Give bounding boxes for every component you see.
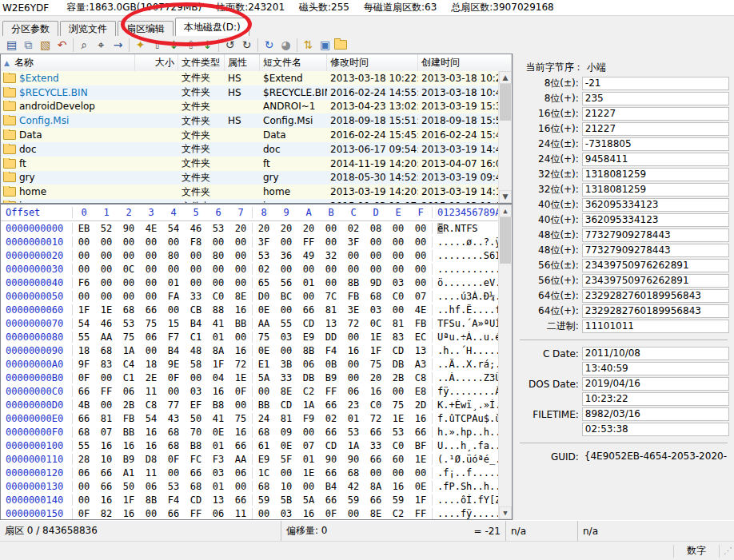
hex-byte[interactable]: 00 [95, 264, 118, 275]
hex-byte[interactable]: 61 [253, 440, 275, 451]
hex-bytes-8-f[interactable]: 008EC2FF061600E8 [253, 386, 432, 397]
hex-byte[interactable]: 33 [275, 372, 297, 383]
hex-byte[interactable]: 00 [320, 223, 342, 234]
hex-byte[interactable]: 00 [140, 291, 162, 302]
copy-icon[interactable]: ⧉ [20, 38, 37, 53]
hex-byte[interactable]: 00 [387, 250, 409, 261]
hex-byte[interactable]: 4E [409, 304, 432, 316]
hex-ascii[interactable]: ö.......eV...... [432, 277, 499, 288]
hex-byte[interactable]: B4 [185, 318, 207, 329]
hex-byte[interactable]: 20 [275, 223, 297, 234]
hex-byte[interactable]: 00 [162, 304, 185, 316]
hex-byte[interactable]: 01 [207, 481, 229, 492]
hex-byte[interactable]: 0C [365, 318, 387, 329]
hex-byte[interactable]: 41 [207, 413, 229, 424]
hex-bytes-0-7[interactable]: 4B002BC877EFB800 [73, 399, 253, 411]
hex-byte[interactable]: 00 [95, 250, 118, 261]
hex-byte[interactable]: FA [162, 291, 185, 302]
hex-byte[interactable]: 00 [95, 372, 118, 383]
hex-ascii[interactable]: ..hf.Ë....f.>..N [432, 304, 499, 316]
hex-byte[interactable]: 0E [275, 440, 297, 451]
resize-grip[interactable]: ⋰ [720, 546, 734, 556]
hex-byte[interactable]: 16 [140, 427, 162, 438]
hex-byte[interactable]: 53 [387, 427, 409, 438]
hex-byte[interactable]: 1F [409, 494, 432, 506]
hex-byte[interactable]: 59 [387, 494, 409, 506]
hex-ascii[interactable]: ................ [432, 264, 499, 275]
hex-row[interactable]: 00000001005516161668B80166610E07CD1A33C0… [1, 439, 499, 452]
hex-byte[interactable]: 20 [297, 223, 320, 234]
hex-byte[interactable]: 48 [185, 345, 207, 356]
hex-byte[interactable]: 9F [73, 359, 95, 370]
hex-bytes-8-f[interactable]: 655601008B9D0300 [253, 277, 432, 288]
hex-byte[interactable]: 58 [185, 359, 207, 370]
hex-byte[interactable]: B8 [185, 440, 207, 451]
hex-ascii[interactable]: (.¹Ø.üóªé_...f`. [432, 454, 499, 465]
hex-byte[interactable]: 66 [185, 467, 207, 479]
hex-byte[interactable]: E1 [253, 359, 275, 370]
hex-byte[interactable]: 00 [387, 304, 409, 316]
hex-byte[interactable]: 06 [297, 359, 320, 370]
hex-byte[interactable]: 66 [73, 413, 95, 424]
hex-bytes-8-f[interactable]: 681000B4428A160E [253, 481, 432, 492]
hex-byte[interactable]: AA [95, 332, 118, 343]
hex-byte[interactable]: 66 [229, 494, 252, 506]
file-row[interactable]: gry文件夹gry2018-05-30 14:52:442013-03-19 0… [1, 171, 499, 185]
hex-byte[interactable]: 72 [342, 318, 365, 329]
hex-byte[interactable]: 0F [73, 508, 95, 519]
tab-partition-params[interactable]: 分区参数 [2, 21, 58, 36]
hex-byte[interactable]: 52 [95, 223, 118, 234]
hex-byte[interactable]: 00 [409, 264, 432, 275]
find-in-file-icon[interactable]: ⌖ [93, 38, 110, 53]
hex-row[interactable]: 0000000020000000008000800053364932000000… [1, 248, 499, 262]
hex-byte[interactable]: 00 [275, 264, 297, 275]
hex-bytes-0-7[interactable]: 0000000000F80000 [73, 236, 253, 248]
column-header-created[interactable]: 创建时间 [418, 54, 512, 71]
tab-local-disk-d[interactable]: 本地磁盘(D:) [175, 18, 249, 36]
hex-byte[interactable]: 11 [140, 386, 162, 397]
hex-bytes-0-7[interactable]: 5516161668B80166 [73, 440, 253, 451]
hex-byte[interactable]: 0B [320, 359, 342, 370]
hex-bytes-8-f[interactable]: AA55CD13720C81FB [253, 318, 432, 329]
rotate-left-icon[interactable]: ↺ [221, 38, 238, 53]
hex-byte[interactable]: 1E [297, 467, 320, 479]
hex-byte[interactable]: 02 [253, 264, 275, 275]
file-row[interactable]: home文件夹home2013-03-19 14:20:232013-03-19… [1, 185, 499, 199]
hex-byte[interactable]: 8E [365, 508, 387, 519]
time-value[interactable]: 10:23:22 [582, 392, 729, 406]
hex-byte[interactable]: 81 [320, 304, 342, 316]
hex-byte[interactable]: 00 [275, 467, 297, 479]
hex-byte[interactable]: 54 [140, 413, 162, 424]
hex-ascii[interactable]: TFSu.´A»ªUÍ.r..û [432, 318, 499, 329]
hex-row[interactable]: 00000001102810B9D80FFCF3AAE95F0190906660… [1, 452, 499, 466]
hex-byte[interactable]: 00 [365, 250, 387, 261]
hex-byte[interactable]: 53 [162, 481, 185, 492]
interpreter-value[interactable]: 23439750976262891 [582, 259, 729, 272]
hex-bytes-8-f[interactable]: 595B5A665966591F [253, 494, 432, 506]
hex-bytes-0-7[interactable]: EB52904E54465320 [73, 223, 253, 234]
hex-byte[interactable]: 06 [140, 481, 162, 492]
hex-byte[interactable]: 66 [409, 427, 432, 438]
hex-byte[interactable]: 16 [409, 413, 432, 424]
hex-byte[interactable]: D0 [253, 291, 275, 302]
hex-byte[interactable]: 81 [95, 413, 118, 424]
hex-ascii[interactable]: U...h¸.fa..Í.3À¿ [432, 440, 499, 451]
date-value[interactable]: 2019/04/16 [582, 377, 729, 391]
hex-byte[interactable]: 00 [118, 291, 140, 302]
hex-ascii[interactable]: .fP.Sh..h..´B... [432, 481, 499, 492]
interpreter-value[interactable]: 2329282760189956843 [582, 289, 729, 303]
hex-bytes-0-7[interactable]: 55AA7506F7C10100 [73, 332, 253, 343]
hex-row[interactable]: 00000001200666A111006603061C001E66680000… [1, 466, 499, 479]
hex-byte[interactable]: 00 [387, 467, 409, 479]
hex-byte[interactable]: DB [387, 359, 409, 370]
hex-byte[interactable]: BC [275, 291, 297, 302]
hex-row[interactable]: 000000014000161F8BF4CD1366595B5A66596659… [1, 493, 499, 506]
hex-byte[interactable]: 11 [140, 467, 162, 479]
hex-byte[interactable]: 70 [185, 427, 207, 438]
hex-byte[interactable]: C0 [207, 291, 229, 302]
hex-row[interactable]: 00000000B00F00C12E0F00041E5A33DBB900202B… [1, 371, 499, 384]
hex-byte[interactable]: 1E [95, 304, 118, 316]
hex-byte[interactable]: 00 [229, 250, 252, 261]
hex-bytes-0-7[interactable]: 0F00C12E0F00041E [73, 372, 253, 383]
hex-byte[interactable]: 41 [207, 318, 229, 329]
